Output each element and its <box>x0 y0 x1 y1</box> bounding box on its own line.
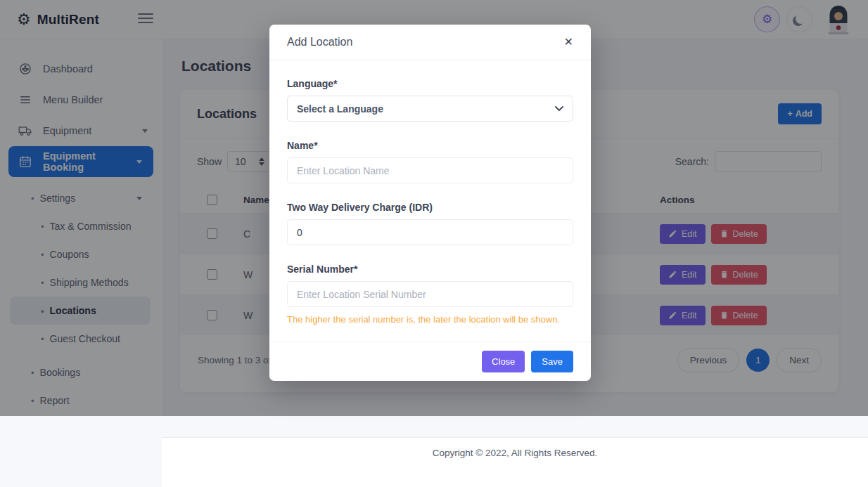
close-icon[interactable]: ✕ <box>564 37 573 48</box>
serial-number-label: Serial Number* <box>287 264 573 275</box>
location-name-input[interactable] <box>287 157 573 183</box>
chevron-down-icon <box>555 106 563 112</box>
modal-close-button[interactable]: Close <box>482 351 525 372</box>
delivery-charge-input[interactable] <box>287 219 573 245</box>
add-location-modal: Add Location ✕ Language* Select a Langua… <box>269 25 591 381</box>
modal-title: Add Location <box>287 36 352 48</box>
language-select[interactable]: Select a Language <box>287 96 573 122</box>
page-footer: Copyright © 2022, All Rights Reserved. <box>162 437 868 487</box>
charge-label: Two Way Delivery Charge (IDR) <box>287 202 573 213</box>
name-label: Name* <box>287 140 573 151</box>
serial-number-note: The higher the serial number is, the lat… <box>287 314 573 325</box>
serial-number-input[interactable] <box>287 281 573 307</box>
language-label: Language* <box>287 78 573 89</box>
copyright-text: Copyright © 2022, All Rights Reserved. <box>433 448 597 487</box>
modal-save-button[interactable]: Save <box>531 351 573 372</box>
